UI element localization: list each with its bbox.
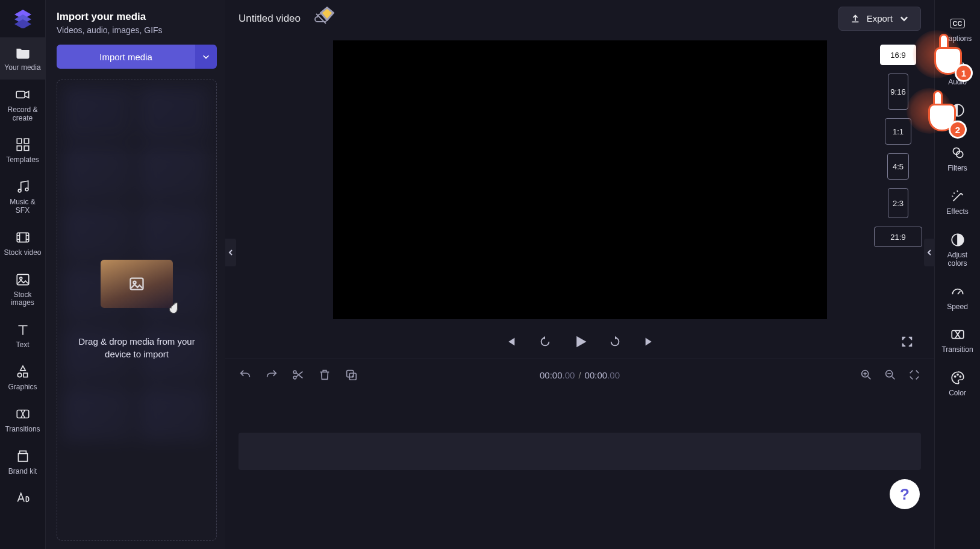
image-icon	[128, 275, 145, 292]
chevron-left-icon	[926, 249, 933, 256]
split-button[interactable]	[292, 368, 305, 381]
aspect-ratio-1-1[interactable]: 1:1	[885, 118, 911, 145]
svg-rect-1	[17, 139, 22, 144]
rail-stock-images[interactable]: Stock images	[0, 265, 45, 315]
svg-point-10	[17, 373, 21, 377]
panel-title: Import your media	[57, 11, 217, 23]
top-bar: Untitled video Export	[225, 0, 934, 37]
app-logo[interactable]	[10, 5, 36, 31]
aspect-ratio-16-9[interactable]: 16:9	[880, 45, 916, 65]
svg-rect-4	[24, 146, 29, 151]
rail-brand-kit[interactable]: Brand kit	[0, 441, 45, 483]
collapse-media-panel[interactable]	[225, 239, 236, 266]
font-icon	[15, 490, 31, 506]
prop-label: Adjust colors	[947, 251, 967, 268]
prop-label: Captions	[943, 35, 972, 43]
film-icon	[15, 230, 31, 245]
aspect-ratio-9-16[interactable]: 9:16	[888, 74, 908, 110]
media-panel: Import your media Videos, audio, images,…	[46, 0, 225, 549]
palette-icon	[950, 370, 966, 386]
undo-button[interactable]	[239, 368, 252, 381]
rail-templates[interactable]: Templates	[0, 130, 45, 172]
prop-label: Fade	[949, 122, 966, 130]
timeline-canvas[interactable]	[225, 391, 934, 549]
help-button[interactable]: ?	[890, 479, 920, 509]
aspect-ratio-4-5[interactable]: 4:5	[887, 153, 909, 180]
rail-more[interactable]	[0, 483, 45, 513]
templates-icon	[15, 137, 31, 152]
prop-label: Speed	[947, 303, 968, 312]
fade-icon	[950, 102, 966, 118]
chevron-left-icon	[227, 249, 234, 256]
export-label: Export	[867, 13, 893, 24]
svg-rect-2	[24, 139, 29, 144]
video-canvas[interactable]	[333, 40, 827, 319]
forward-button[interactable]	[606, 333, 624, 351]
prop-filters[interactable]: Filters	[935, 138, 980, 181]
timeline-track[interactable]	[239, 433, 921, 470]
prop-color[interactable]: Color	[935, 363, 980, 406]
magic-wand-icon	[950, 189, 966, 204]
prop-speed[interactable]: Speed	[935, 277, 980, 320]
transition-icon	[950, 327, 966, 342]
rail-your-media[interactable]: Your media	[0, 37, 45, 80]
zoom-out-button[interactable]	[884, 368, 897, 381]
media-drop-zone[interactable]: Drag & drop media from your device to im…	[57, 80, 217, 541]
export-button[interactable]: Export	[838, 7, 921, 31]
delete-button[interactable]	[318, 368, 331, 381]
prop-label: Color	[949, 389, 966, 398]
rail-transitions[interactable]: Transitions	[0, 399, 45, 441]
rail-stock-video[interactable]: Stock video	[0, 222, 45, 265]
speedometer-icon	[950, 284, 966, 300]
collapse-property-rail[interactable]	[924, 239, 935, 266]
skip-end-button[interactable]	[641, 333, 659, 351]
zoom-in-button[interactable]	[860, 368, 873, 381]
svg-point-28	[960, 376, 961, 377]
skip-start-button[interactable]	[501, 333, 519, 351]
rail-record-create[interactable]: Record & create	[0, 80, 45, 130]
chevron-down-icon	[202, 52, 210, 61]
zoom-fit-button[interactable]	[908, 368, 921, 381]
prop-effects[interactable]: Effects	[935, 181, 980, 225]
prop-label: Audio	[948, 78, 967, 87]
brand-kit-icon	[15, 448, 31, 464]
svg-point-6	[25, 188, 28, 191]
svg-point-9	[19, 277, 22, 279]
prop-captions[interactable]: CC Captions	[935, 8, 980, 52]
timeline: 00:00.00/00:00.00	[225, 359, 934, 549]
panel-subtitle: Videos, audio, images, GIFs	[57, 25, 217, 35]
rewind-button[interactable]	[536, 333, 554, 351]
grab-cursor-icon	[167, 300, 184, 316]
aspect-ratio-21-9[interactable]: 21:9	[874, 227, 922, 247]
prop-adjust-colors[interactable]: Adjust colors	[935, 225, 980, 277]
rail-label: Brand kit	[8, 468, 37, 476]
captions-icon: CC	[950, 16, 966, 31]
prop-audio[interactable]: Audio	[935, 52, 980, 95]
folder-icon	[15, 45, 31, 60]
fullscreen-button[interactable]	[898, 333, 916, 351]
drop-zone-text: Drag & drop media from your device to im…	[76, 336, 197, 360]
redo-button[interactable]	[265, 368, 278, 381]
duplicate-button[interactable]	[345, 368, 358, 381]
center-area: Untitled video Export 16:9 9:16 1:1 4:5 …	[225, 0, 934, 549]
camcorder-icon	[15, 87, 31, 102]
speaker-icon	[950, 59, 966, 75]
rail-text[interactable]: Text	[0, 315, 45, 357]
rail-label: Stock images	[11, 291, 34, 308]
prop-transition[interactable]: Transition	[935, 319, 980, 363]
play-button[interactable]	[571, 333, 589, 351]
cloud-sync-status[interactable]	[314, 11, 328, 26]
import-media-button[interactable]: Import media	[57, 45, 195, 69]
upload-icon	[850, 13, 861, 24]
shapes-icon	[15, 364, 31, 380]
rail-music-sfx[interactable]: Music & SFX	[0, 172, 45, 222]
timeline-toolbar: 00:00.00/00:00.00	[225, 359, 934, 391]
svg-point-5	[18, 189, 21, 192]
rail-graphics[interactable]: Graphics	[0, 357, 45, 399]
aspect-ratio-2-3[interactable]: 2:3	[888, 188, 908, 218]
prop-fade[interactable]: Fade	[935, 95, 980, 139]
rail-label: Music & SFX	[2, 198, 43, 215]
rail-label: Record & create	[7, 106, 37, 123]
import-media-dropdown[interactable]	[195, 45, 217, 69]
project-title[interactable]: Untitled video	[239, 13, 301, 25]
